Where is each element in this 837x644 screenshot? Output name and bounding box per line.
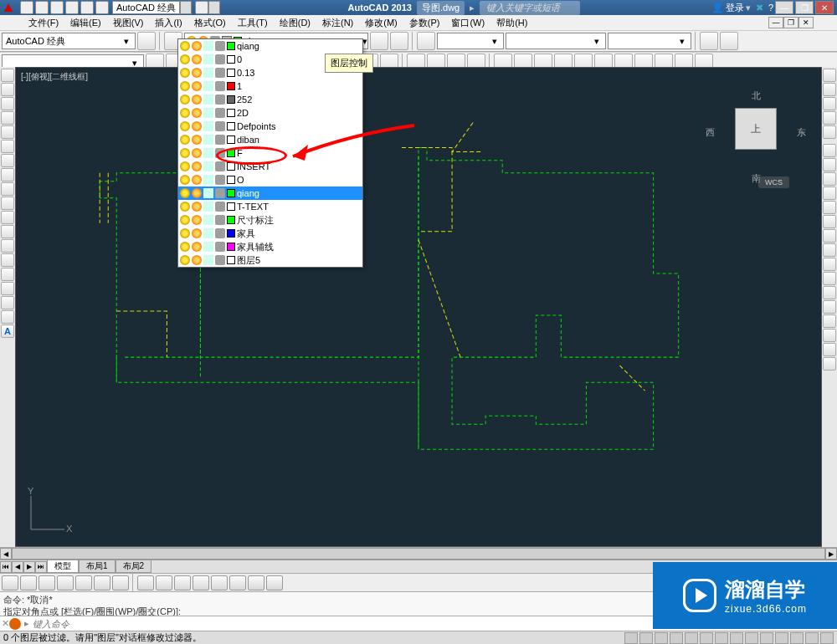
ellipse-icon[interactable]: [1, 197, 14, 210]
insert-block-icon[interactable]: [1, 225, 14, 238]
maximize-button[interactable]: ❐: [795, 1, 814, 14]
explode-icon[interactable]: [823, 357, 836, 371]
layer-item-INSERT[interactable]: INSERT: [178, 160, 362, 173]
snap-parallel-icon[interactable]: [229, 575, 246, 590]
layer-item-diban[interactable]: diban: [178, 133, 362, 146]
rectangle-icon[interactable]: [1, 125, 14, 139]
make-block-icon[interactable]: [1, 239, 14, 253]
snap-settings-icon[interactable]: [266, 575, 283, 590]
nav-wheel-icon[interactable]: [823, 69, 836, 82]
hatch-icon[interactable]: [1, 268, 14, 281]
status-tpy-icon[interactable]: [775, 632, 788, 644]
mtext-icon[interactable]: A: [1, 325, 14, 338]
layer-item-F[interactable]: F: [178, 146, 362, 160]
menu-insert[interactable]: 插入(I): [150, 16, 187, 30]
menu-format[interactable]: 格式(O): [189, 16, 231, 30]
mdi-close-button[interactable]: ✕: [798, 17, 814, 28]
workspace-dropdown-arrow[interactable]: [180, 1, 192, 14]
hscroll-right-button[interactable]: ▶: [825, 548, 837, 560]
qat-extra-icon[interactable]: [195, 1, 208, 14]
layer-item-qiang[interactable]: qiang: [178, 187, 362, 200]
layer-item-1[interactable]: 1: [178, 79, 362, 93]
scale-icon[interactable]: [823, 243, 836, 257]
circle-icon[interactable]: [1, 154, 14, 167]
status-lwt-icon[interactable]: [760, 632, 773, 644]
snap-endpoint-icon[interactable]: [2, 575, 18, 590]
tab-last-button[interactable]: ⏭: [35, 561, 47, 573]
copy2-icon[interactable]: [823, 158, 836, 171]
close-button[interactable]: ✕: [815, 1, 834, 14]
arc-icon[interactable]: [1, 140, 14, 153]
qat-open-icon[interactable]: [35, 1, 49, 14]
qat-print-icon[interactable]: [95, 1, 109, 14]
xline-icon[interactable]: [1, 83, 14, 96]
workspace-combo[interactable]: AutoCAD 经典: [112, 1, 180, 14]
nav-zoom-icon[interactable]: [823, 97, 836, 110]
layer-item-O[interactable]: O: [178, 173, 362, 187]
layer-item-252[interactable]: 252: [178, 93, 362, 106]
status-osnap-icon[interactable]: [700, 632, 713, 644]
qat-customize-arrow[interactable]: [208, 1, 220, 14]
tab-model[interactable]: 模型: [47, 560, 79, 573]
menu-dimension[interactable]: 标注(N): [317, 16, 358, 30]
spline-icon[interactable]: [1, 182, 14, 196]
minimize-button[interactable]: —: [775, 1, 793, 14]
tab-prev-button[interactable]: ◀: [12, 561, 23, 573]
status-polar-icon[interactable]: [685, 632, 698, 644]
menu-view[interactable]: 视图(V): [108, 16, 149, 30]
revcloud-icon[interactable]: [1, 168, 14, 181]
join-icon[interactable]: [823, 314, 836, 328]
tab-first-button[interactable]: ⏮: [0, 561, 12, 573]
nav-orbit-icon[interactable]: [823, 111, 836, 125]
viewcube[interactable]: 北 南 西 东 上: [706, 83, 806, 183]
menu-help[interactable]: 帮助(H): [491, 16, 532, 30]
tool-ws-settings-icon[interactable]: [137, 32, 156, 50]
rotate-icon[interactable]: [823, 229, 836, 243]
menu-parametric[interactable]: 参数(P): [404, 16, 445, 30]
snap-quadrant-icon[interactable]: [75, 575, 92, 590]
polyline-icon[interactable]: [1, 97, 14, 110]
qat-save-icon[interactable]: [50, 1, 64, 14]
exchange-icon[interactable]: ✖: [756, 3, 763, 13]
layer-item-2D[interactable]: 2D: [178, 106, 362, 120]
status-qp-icon[interactable]: [790, 632, 804, 644]
layer-item-尺寸标注[interactable]: 尺寸标注: [178, 213, 362, 227]
layer-dropdown[interactable]: qiang00.1312522DDefpointsdibanFINSERTOqi…: [177, 38, 363, 268]
viewcube-top[interactable]: 上: [735, 108, 777, 150]
login-link[interactable]: 登录: [726, 2, 744, 14]
layer-item-家具辅线[interactable]: 家具辅线: [178, 240, 362, 253]
line-icon[interactable]: [1, 69, 14, 82]
layer-item-Defpoints[interactable]: Defpoints: [178, 120, 362, 133]
command-icon[interactable]: [9, 618, 21, 630]
erase-icon[interactable]: [823, 144, 836, 157]
point-icon[interactable]: [1, 253, 14, 267]
menu-tools[interactable]: 工具(T): [233, 16, 273, 30]
snap-insertion-icon[interactable]: [137, 575, 154, 590]
mirror-icon[interactable]: [823, 172, 836, 186]
status-ortho-icon[interactable]: [670, 632, 683, 644]
snap-perpendicular-icon[interactable]: [156, 575, 172, 590]
status-otrack-icon[interactable]: [715, 632, 728, 644]
lineweight-combo[interactable]: ▾: [608, 33, 691, 49]
linetype-combo[interactable]: ▾: [506, 33, 606, 49]
status-sc-icon[interactable]: [805, 632, 819, 644]
match-icon[interactable]: [720, 32, 738, 50]
workspace-combo-2[interactable]: AutoCAD 经典▾: [2, 33, 136, 49]
qat-undo-icon[interactable]: [65, 1, 79, 14]
fillet-icon[interactable]: [823, 343, 836, 356]
menu-window[interactable]: 窗口(W): [446, 16, 490, 30]
hscroll-track[interactable]: [12, 548, 825, 560]
props-icon[interactable]: [700, 32, 718, 50]
snap-center-icon[interactable]: [39, 575, 55, 590]
snap-tangent-icon[interactable]: [174, 575, 191, 590]
menu-modify[interactable]: 修改(M): [360, 16, 403, 30]
menu-draw[interactable]: 绘图(D): [275, 16, 316, 30]
snap-nearest-icon[interactable]: [193, 575, 209, 590]
wcs-badge[interactable]: WCS: [758, 176, 789, 188]
infocenter-icon[interactable]: 👤: [711, 2, 724, 13]
break-icon[interactable]: [823, 300, 836, 314]
viewcube-west[interactable]: 西: [706, 126, 715, 139]
mdi-restore-button[interactable]: ❐: [783, 17, 798, 28]
hscroll-left-button[interactable]: ◀: [0, 548, 12, 560]
status-model-icon[interactable]: [624, 632, 638, 644]
